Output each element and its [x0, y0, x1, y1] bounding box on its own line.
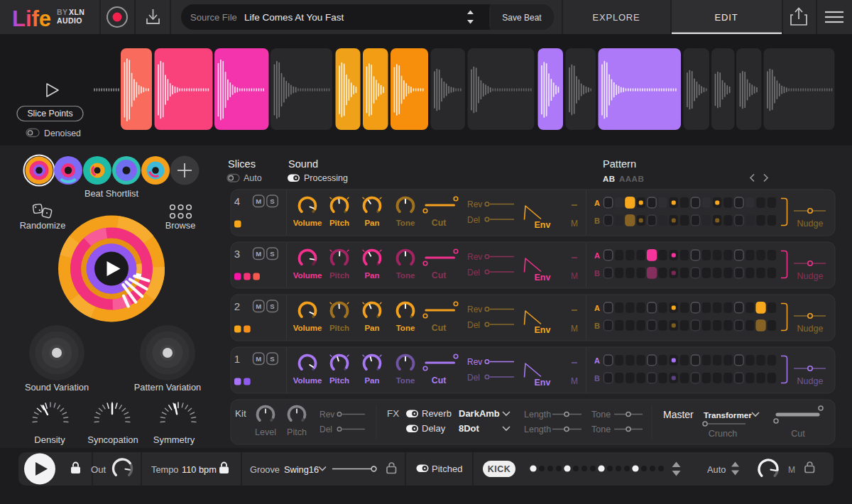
svg-text:Del: Del [467, 268, 480, 278]
svg-text:4: 4 [234, 195, 240, 207]
svg-text:Nudge: Nudge [797, 324, 824, 334]
svg-text:S: S [270, 250, 274, 258]
svg-text:S: S [270, 355, 274, 363]
svg-text:Save Beat: Save Beat [502, 13, 542, 23]
svg-text:Del: Del [467, 320, 480, 330]
svg-text:Slices: Slices [228, 158, 256, 170]
svg-text:Crunch: Crunch [709, 429, 737, 439]
svg-text:Length: Length [524, 424, 551, 434]
svg-text:Tone: Tone [591, 410, 611, 420]
svg-text:Env: Env [535, 378, 551, 388]
svg-text:Cut: Cut [432, 323, 447, 333]
svg-text:EDIT: EDIT [715, 12, 738, 23]
svg-text:M: M [256, 355, 261, 363]
svg-text:M: M [571, 271, 578, 281]
svg-text:M: M [256, 302, 261, 310]
svg-text:Cut: Cut [432, 376, 447, 385]
svg-text:Volume: Volume [293, 271, 322, 280]
svg-text:B: B [594, 217, 600, 225]
svg-text:Tone: Tone [396, 324, 415, 332]
svg-text:Syncopation: Syncopation [87, 434, 138, 445]
svg-text:Life Comes At You Fast: Life Comes At You Fast [244, 12, 344, 23]
svg-text:Pan: Pan [364, 376, 379, 385]
svg-text:Volume: Volume [293, 219, 322, 227]
svg-text:1: 1 [234, 353, 240, 365]
svg-text:Groove: Groove [250, 464, 280, 475]
svg-text:Master: Master [663, 409, 694, 420]
svg-text:Auto: Auto [707, 464, 726, 475]
svg-text:Pitch: Pitch [329, 376, 349, 385]
svg-text:Env: Env [535, 220, 551, 230]
svg-text:B: B [594, 269, 600, 278]
svg-text:Level: Level [255, 427, 276, 437]
svg-text:Delay: Delay [422, 423, 446, 434]
svg-text:Cut: Cut [432, 218, 447, 228]
svg-text:8Dot: 8Dot [459, 423, 480, 434]
svg-text:Pattern Variation: Pattern Variation [134, 382, 201, 393]
svg-text:M: M [788, 465, 795, 475]
svg-text:Del: Del [320, 424, 332, 434]
svg-text:Nudge: Nudge [797, 219, 824, 229]
svg-text:S: S [270, 197, 274, 205]
svg-text:Randomize: Randomize [20, 220, 66, 231]
svg-text:Pitched: Pitched [432, 464, 462, 474]
svg-text:Length: Length [524, 410, 551, 420]
svg-text:2: 2 [234, 300, 240, 312]
svg-text:Nudge: Nudge [797, 271, 824, 281]
svg-text:Rev: Rev [320, 410, 334, 420]
svg-text:M: M [256, 250, 261, 258]
svg-text:Swing16: Swing16 [284, 464, 319, 475]
svg-text:Del: Del [467, 373, 480, 383]
svg-text:Symmetry: Symmetry [153, 434, 195, 445]
svg-text:Rev: Rev [467, 199, 482, 209]
svg-text:Out: Out [91, 464, 106, 475]
svg-text:A: A [594, 356, 600, 365]
svg-text:AUDIO: AUDIO [57, 16, 82, 25]
svg-text:M: M [571, 219, 578, 229]
svg-text:Del: Del [467, 215, 480, 225]
svg-text:AB: AB [603, 175, 616, 183]
svg-text:Kit: Kit [235, 408, 246, 419]
svg-text:Pan: Pan [364, 271, 379, 280]
svg-text:B: B [594, 374, 600, 383]
svg-text:Pitch: Pitch [287, 427, 307, 437]
svg-text:Pattern: Pattern [603, 158, 636, 170]
svg-text:Processing: Processing [304, 173, 348, 183]
svg-text:Life: Life [12, 6, 51, 31]
svg-text:Sound: Sound [288, 158, 318, 170]
svg-text:Denoised: Denoised [44, 128, 81, 138]
svg-text:Rev: Rev [467, 252, 482, 262]
svg-text:Rev: Rev [467, 305, 482, 314]
svg-text:Pan: Pan [364, 324, 379, 332]
svg-text:Tone: Tone [396, 271, 415, 280]
svg-text:Transformer: Transformer [704, 410, 752, 420]
svg-text:Cut: Cut [791, 429, 805, 439]
svg-text:Reverb: Reverb [422, 408, 452, 419]
svg-text:A: A [594, 304, 600, 312]
svg-text:KICK: KICK [488, 464, 511, 474]
svg-text:Pitch: Pitch [329, 219, 349, 227]
svg-text:Tone: Tone [591, 424, 611, 434]
svg-text:Beat Shortlist: Beat Shortlist [84, 188, 139, 199]
svg-text:Tone: Tone [396, 376, 415, 385]
svg-text:Auto: Auto [244, 173, 262, 183]
svg-text:DarkAmb: DarkAmb [459, 408, 500, 419]
svg-text:Nudge: Nudge [797, 376, 824, 386]
svg-text:110 bpm: 110 bpm [182, 464, 217, 475]
svg-text:Rev: Rev [467, 357, 482, 367]
svg-text:BY: BY [57, 8, 67, 16]
svg-text:M: M [571, 376, 578, 386]
svg-text:Browse: Browse [165, 220, 196, 231]
svg-text:FX: FX [387, 408, 399, 419]
svg-text:Pitch: Pitch [329, 324, 349, 332]
svg-text:AAAB: AAAB [619, 175, 644, 183]
svg-text:Env: Env [535, 273, 551, 283]
svg-text:Sound Variation: Sound Variation [25, 382, 89, 393]
svg-text:Volume: Volume [293, 376, 322, 385]
svg-text:M: M [256, 197, 261, 205]
svg-text:Pan: Pan [364, 219, 379, 227]
svg-text:XLN: XLN [69, 8, 84, 16]
svg-text:Env: Env [535, 325, 551, 335]
svg-text:Volume: Volume [293, 324, 322, 332]
svg-text:S: S [270, 302, 274, 310]
